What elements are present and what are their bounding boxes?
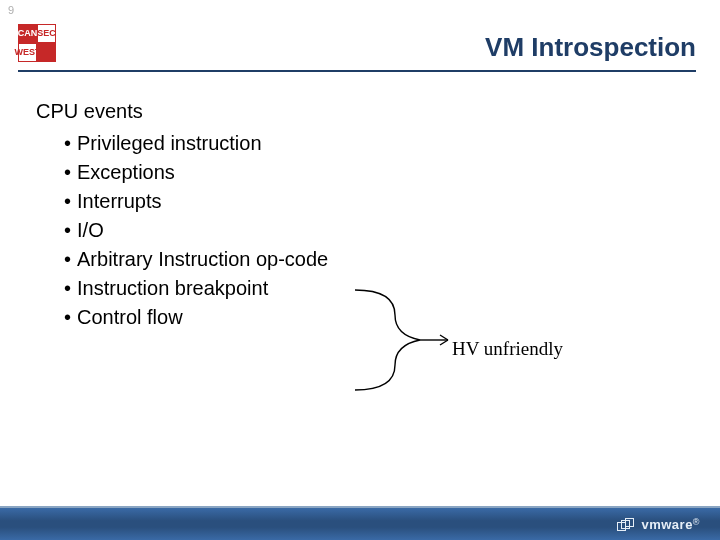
bullet-text: Control flow bbox=[77, 306, 183, 328]
vmware-boxes-icon bbox=[617, 518, 635, 532]
slide-title: VM Introspection bbox=[485, 32, 696, 63]
bullet-text: Instruction breakpoint bbox=[77, 277, 268, 299]
title-underline bbox=[18, 70, 696, 72]
vmware-logo: vmware® bbox=[617, 517, 700, 532]
footer-brand-name: vmware bbox=[641, 517, 692, 532]
list-item: •I/O bbox=[64, 219, 328, 242]
list-item: •Instruction breakpoint bbox=[64, 277, 328, 300]
bullet-text: I/O bbox=[77, 219, 104, 241]
list-item: •Privileged instruction bbox=[64, 132, 328, 155]
registered-mark: ® bbox=[693, 517, 700, 527]
section-heading: CPU events bbox=[36, 100, 143, 123]
curly-brace-icon bbox=[350, 285, 450, 395]
list-item: •Arbitrary Instruction op-code bbox=[64, 248, 328, 271]
list-item: •Control flow bbox=[64, 306, 328, 329]
logo-cell-west: WEST bbox=[18, 43, 37, 62]
list-item: •Exceptions bbox=[64, 161, 328, 184]
footer-bar: vmware® bbox=[0, 508, 720, 540]
bullet-text: Arbitrary Instruction op-code bbox=[77, 248, 328, 270]
logo-cell-can: CAN bbox=[18, 24, 37, 43]
bullet-list: •Privileged instruction •Exceptions •Int… bbox=[64, 132, 328, 335]
logo-cell-blank bbox=[37, 43, 56, 62]
list-item: •Interrupts bbox=[64, 190, 328, 213]
page-number: 9 bbox=[8, 4, 14, 16]
annotation-text: HV unfriendly bbox=[452, 338, 563, 360]
cansecwest-logo: CAN SEC WEST bbox=[18, 24, 56, 62]
bullet-text: Privileged instruction bbox=[77, 132, 262, 154]
bullet-text: Exceptions bbox=[77, 161, 175, 183]
logo-cell-sec: SEC bbox=[37, 24, 56, 43]
bullet-text: Interrupts bbox=[77, 190, 161, 212]
